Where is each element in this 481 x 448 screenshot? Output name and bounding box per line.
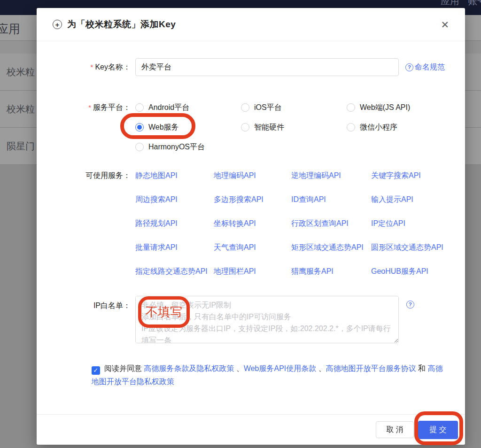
service-api-link[interactable]: 圆形区域交通态势API (371, 243, 465, 252)
platform-option[interactable]: 智能硬件 (241, 122, 347, 132)
service-links-grid: 静态地图API地理编码API逆地理编码API关键字搜索API周边搜索API多边形… (135, 171, 465, 276)
platform-option-label: 智能硬件 (254, 123, 284, 132)
radio-selected-icon[interactable] (135, 123, 144, 131)
service-api-link[interactable]: GeoHUB服务API (371, 267, 465, 276)
agreement-text: 、 (234, 364, 243, 372)
service-api-link[interactable]: 指定线路交通态势API (135, 267, 214, 276)
naming-rules-link[interactable]: ? 命名规范 (405, 62, 445, 72)
radio-icon[interactable] (241, 103, 249, 112)
add-key-dialog: + 为「校米粒系统」添加Key ✕ *Key名称： ? 命名规范 *服务平台： (37, 8, 465, 445)
service-api-link[interactable]: 输入提示API (371, 195, 465, 204)
radio-icon[interactable] (347, 123, 355, 131)
service-platform-row: *服务平台： Android平台iOS平台Web端(JS API)Web服务智能… (37, 102, 465, 152)
platform-option-label: iOS平台 (254, 103, 282, 113)
key-name-label: *Key名称： (37, 58, 131, 76)
navbar-item-apps[interactable]: 应用 (441, 0, 459, 8)
radio-icon[interactable] (135, 143, 144, 151)
key-name-row: *Key名称： ? 命名规范 (37, 58, 465, 76)
service-api-link[interactable]: 天气查询API (214, 243, 291, 252)
radio-icon[interactable] (135, 103, 144, 112)
platform-option-label: HarmonyOS平台 (148, 142, 205, 152)
platform-option[interactable]: Android平台 (135, 102, 241, 113)
service-platform-label: *服务平台： (37, 102, 131, 113)
service-api-link[interactable]: 逆地理编码API (291, 171, 371, 180)
agreement-row: ✓阅读并同意 高德服务条款及隐私权政策 、Web服务API使用条款 、高德地图开… (92, 362, 443, 388)
service-api-link[interactable]: 关键字搜索API (371, 171, 465, 180)
service-api-link[interactable]: 坐标转换API (214, 219, 291, 228)
key-name-input[interactable] (135, 58, 399, 76)
question-circle-icon: ? (406, 301, 414, 309)
service-api-link[interactable]: 猎鹰服务API (291, 267, 371, 276)
agreement-link[interactable]: Web服务API使用条款 (244, 364, 316, 372)
plus-circle-icon: + (53, 20, 62, 29)
service-api-link[interactable]: ID查询API (291, 195, 371, 204)
service-api-link[interactable]: 路径规划API (135, 219, 214, 228)
platform-option[interactable]: 微信小程序 (347, 122, 465, 132)
service-api-link[interactable]: 行政区划查询API (291, 219, 371, 228)
submit-button[interactable]: 提 交 (418, 421, 458, 439)
platform-option-label: Web端(JS API) (360, 103, 410, 113)
ip-help-link[interactable]: ? (406, 300, 416, 309)
dialog-body: *Key名称： ? 命名规范 *服务平台： Android平台iOS平台Web端… (37, 41, 465, 414)
cancel-button[interactable]: 取 消 (376, 421, 414, 438)
agreement-text: 阅读并同意 (104, 364, 144, 372)
service-api-link[interactable]: 地理编码API (214, 171, 291, 180)
service-api-link[interactable]: IP定位API (371, 219, 465, 228)
ip-whitelist-label: IP白名单： (37, 296, 131, 311)
agreement-checkbox[interactable]: ✓ (92, 366, 100, 375)
radio-icon[interactable] (347, 103, 355, 112)
agreement-link[interactable]: 高德地图开放平台服务协议 (326, 364, 416, 372)
service-api-link[interactable]: 多边形搜索API (214, 195, 291, 204)
platform-option[interactable]: Web端(JS API) (347, 102, 465, 113)
available-services-row: 可使用服务： 静态地图API地理编码API逆地理编码API关键字搜索API周边搜… (37, 171, 465, 276)
platform-option-label: Android平台 (148, 103, 189, 113)
dialog-title: 为「校米粒系统」添加Key (67, 18, 176, 31)
platform-option[interactable]: iOS平台 (241, 102, 347, 113)
close-icon[interactable]: ✕ (441, 20, 449, 30)
service-api-link[interactable]: 地理围栏API (214, 267, 291, 276)
naming-rules-label: 命名规范 (415, 62, 445, 72)
ip-whitelist-row: IP白名单： ? (37, 296, 465, 343)
agreement-link[interactable]: 高德服务条款及隐私权政策 (144, 364, 234, 372)
required-mark: * (88, 103, 91, 111)
required-mark: * (91, 63, 93, 71)
platform-radio-group: Android平台iOS平台Web端(JS API)Web服务智能硬件微信小程序… (135, 102, 465, 152)
available-services-label: 可使用服务： (37, 171, 131, 180)
agreement-text: 和 (416, 364, 428, 372)
dialog-footer: 取 消 提 交 (37, 414, 465, 445)
service-api-link[interactable]: 矩形区域交通态势API (291, 243, 371, 252)
service-api-link[interactable]: 周边搜索API (135, 195, 214, 204)
agreement-text: 、 (316, 364, 326, 372)
platform-option-label: 微信小程序 (360, 123, 397, 132)
question-circle-icon: ? (405, 63, 413, 71)
background-page-title: 应用 (0, 21, 20, 37)
service-api-link[interactable]: 静态地图API (135, 171, 214, 180)
navbar-item-account[interactable]: 账号 (468, 0, 481, 8)
dialog-header: + 为「校米粒系统」添加Key ✕ (37, 8, 465, 41)
platform-option[interactable]: Web服务 (135, 122, 241, 132)
platform-option-label: Web服务 (148, 123, 179, 132)
ip-whitelist-textarea[interactable] (135, 296, 399, 343)
service-api-link[interactable]: 批量请求API (135, 243, 214, 252)
radio-icon[interactable] (241, 123, 249, 131)
platform-option[interactable]: HarmonyOS平台 (135, 142, 241, 152)
